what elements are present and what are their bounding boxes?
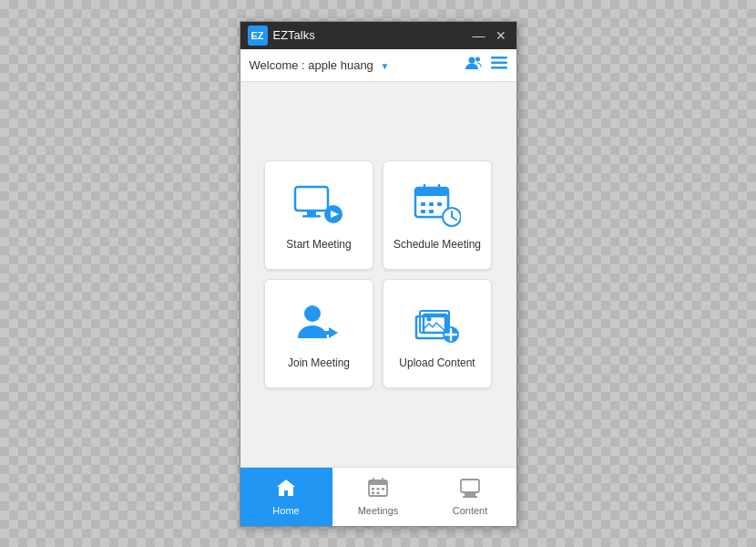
meetings-icon [368,478,388,502]
svg-rect-33 [369,480,387,485]
dropdown-arrow-icon[interactable]: ▼ [380,61,389,71]
svg-marker-31 [277,480,295,496]
svg-rect-5 [295,187,328,211]
svg-rect-11 [415,188,448,196]
svg-rect-3 [491,62,507,65]
upload-content-button[interactable]: Upload Content [383,279,492,388]
svg-rect-43 [463,496,477,498]
svg-rect-40 [377,491,380,494]
app-title: EZTalks [273,28,471,42]
svg-point-27 [427,316,432,321]
schedule-meeting-icon [412,180,463,231]
svg-rect-16 [437,202,442,206]
svg-rect-38 [382,488,384,490]
action-grid: Start Meeting [264,160,492,388]
svg-rect-4 [491,67,507,69]
welcome-text: Welcome : apple huang ▼ [250,58,465,72]
start-meeting-label: Start Meeting [286,238,351,251]
nav-meetings[interactable]: Meetings [332,468,424,526]
svg-rect-7 [302,215,321,218]
bottom-nav: Home Meetings [240,467,516,526]
close-button[interactable]: ✕ [493,27,509,44]
nav-content[interactable]: Content [424,468,516,526]
svg-rect-15 [429,202,434,206]
join-meeting-icon [293,298,344,349]
svg-rect-37 [377,488,380,490]
nav-content-label: Content [453,505,488,516]
svg-rect-6 [307,211,316,215]
schedule-meeting-label: Schedule Meeting [393,238,481,251]
content-icon [459,478,481,502]
svg-rect-18 [429,210,434,213]
svg-rect-41 [461,480,479,492]
nav-home-label: Home [272,505,299,516]
svg-rect-36 [372,488,374,490]
upload-content-label: Upload Content [399,356,475,369]
contacts-icon[interactable] [465,56,482,74]
svg-point-23 [304,305,321,322]
start-meeting-icon [293,180,344,231]
header-bar: Welcome : apple huang ▼ [240,49,516,82]
menu-icon[interactable] [491,57,507,73]
join-meeting-label: Join Meeting [288,356,350,369]
home-icon [275,478,297,502]
join-meeting-button[interactable]: Join Meeting [264,279,373,388]
title-bar: EZ EZTalks — ✕ [240,22,516,49]
schedule-meeting-button[interactable]: Schedule Meeting [383,160,492,270]
main-content: Start Meeting [240,82,516,467]
app-logo: EZ [248,26,268,46]
start-meeting-button[interactable]: Start Meeting [264,160,373,270]
svg-rect-14 [421,202,425,206]
svg-rect-39 [372,491,374,494]
svg-rect-17 [421,210,425,213]
window-controls: — ✕ [471,27,509,44]
svg-point-0 [468,57,475,64]
svg-rect-42 [465,492,475,496]
minimize-button[interactable]: — [471,27,487,44]
svg-rect-2 [491,57,507,59]
header-icons [465,56,507,74]
app-window: EZ EZTalks — ✕ Welcome : apple huang ▼ [240,21,517,527]
nav-home[interactable]: Home [240,468,332,526]
svg-point-1 [475,57,480,62]
nav-meetings-label: Meetings [358,505,399,516]
upload-content-icon [412,298,463,349]
